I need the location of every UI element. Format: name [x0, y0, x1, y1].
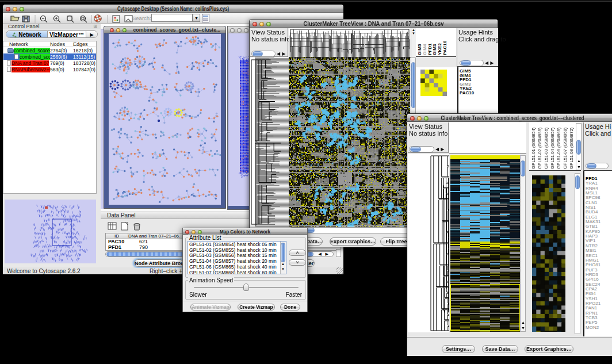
svg-text:Search:: Search: — [132, 15, 151, 21]
